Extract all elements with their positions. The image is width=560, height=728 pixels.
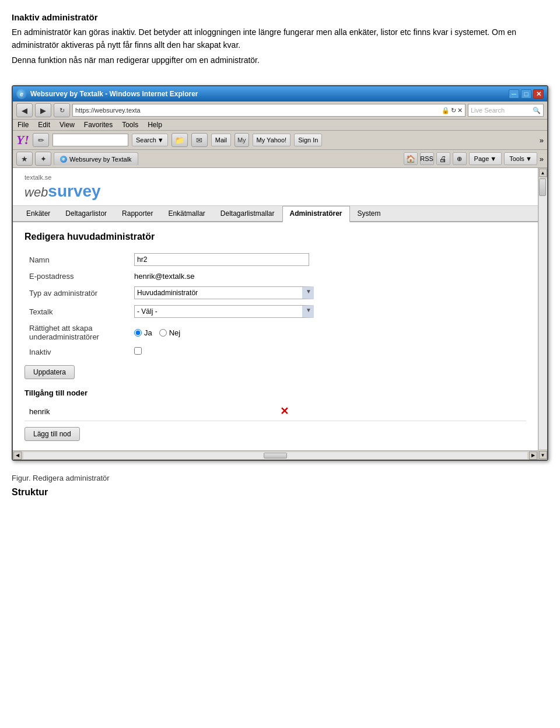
reload-button[interactable]: ↻ <box>54 103 70 117</box>
window-controls: ─ □ ✕ <box>509 89 544 99</box>
select-wrapper-textalk: - Välj - <box>134 305 314 318</box>
add-tab-btn[interactable]: ✦ <box>35 152 51 166</box>
page-label: Page <box>474 155 489 162</box>
node-row: henrik ✕ <box>24 402 526 421</box>
scroll-left-button[interactable]: ◀ <box>13 452 22 460</box>
address-input[interactable]: https://websurvey.texta 🔒 ↻ ✕ <box>72 104 466 117</box>
select-textalk[interactable]: - Välj - <box>134 305 314 318</box>
add-node-button[interactable]: Lägg till nod <box>24 427 80 441</box>
radio-ja-text: Ja <box>144 328 152 337</box>
delete-node-button[interactable]: ✕ <box>280 405 289 417</box>
back-button[interactable]: ◀ <box>16 103 33 117</box>
tab-deltagarlistmallar[interactable]: Deltagarlistmallar <box>213 206 282 221</box>
tab-rapporter[interactable]: Rapporter <box>114 206 160 221</box>
url-text: https://websurvey.texta <box>75 107 141 114</box>
field-textalk: Textalk - Välj - <box>24 302 526 321</box>
favorites-star-btn[interactable]: ★ <box>16 152 33 166</box>
scroll-vertical-thumb[interactable] <box>539 178 546 196</box>
value-typ: Huvudadministratör <box>130 284 526 302</box>
menu-view[interactable]: View <box>60 121 75 129</box>
mail-button[interactable]: Mail <box>211 134 231 146</box>
home-icon-btn[interactable]: 🏠 <box>404 152 418 165</box>
scroll-thumb[interactable] <box>264 453 287 459</box>
scroll-track[interactable] <box>23 452 527 459</box>
scroll-vertical-track[interactable] <box>539 178 547 449</box>
live-search-placeholder: Live Search <box>471 107 505 114</box>
radio-nej-text: Nej <box>169 328 181 337</box>
scroll-up-button[interactable]: ▲ <box>539 169 547 177</box>
field-epost: E-postadress henrik@textalk.se <box>24 269 526 284</box>
rss-icon-btn[interactable]: RSS <box>420 152 434 165</box>
ws-logo-survey: survey <box>48 182 100 200</box>
double-chevron2-icon: » <box>540 155 544 163</box>
scroll-down-button[interactable]: ▼ <box>539 451 547 459</box>
print2-icon-btn[interactable]: ⊕ <box>453 152 467 165</box>
value-epost: henrik@textalk.se <box>130 269 526 284</box>
label-textalk: Textalk <box>24 302 130 321</box>
radio-ja-label: Ja <box>134 328 152 337</box>
section-title-noder: Tillgång till noder <box>24 388 526 397</box>
right-scrollbar: ▲ ▼ <box>538 168 547 460</box>
yahoo-nav-btn1[interactable]: 📁 <box>172 133 188 147</box>
page-button[interactable]: Page ▼ <box>469 152 502 165</box>
radio-nej[interactable] <box>159 329 167 337</box>
tab-administratorer[interactable]: Administratörer <box>282 206 350 222</box>
tools-button[interactable]: Tools ▼ <box>504 152 537 165</box>
input-namn[interactable] <box>134 253 309 266</box>
doc-para2: Denna funktion nås när man redigerar upp… <box>12 54 548 67</box>
myyahoo-button[interactable]: My Yahoo! <box>253 134 291 146</box>
stop-icon: ✕ <box>457 107 463 114</box>
select-wrapper-typ: Huvudadministratör <box>134 286 314 299</box>
tab-system[interactable]: System <box>350 206 388 221</box>
tab-enkätmallar[interactable]: Enkätmallar <box>160 206 212 221</box>
radio-ja[interactable] <box>134 329 142 337</box>
browser-title: Websurvey by Textalk - Windows Internet … <box>30 90 198 98</box>
maximize-button[interactable]: □ <box>521 89 531 99</box>
title-bar-left: e Websurvey by Textalk - Windows Interne… <box>16 89 198 99</box>
address-bar: ◀ ▶ ↻ https://websurvey.texta 🔒 ↻ ✕ Live… <box>13 102 547 120</box>
print-icon-btn[interactable]: 🖨 <box>436 152 450 165</box>
tab-enkater[interactable]: Enkäter <box>19 206 58 221</box>
menu-tools[interactable]: Tools <box>122 121 138 129</box>
close-button[interactable]: ✕ <box>533 89 544 99</box>
yahoo-toolbar: Y! ✏ Search ▼ 📁 ✉ Mail My My Yahoo! Sign… <box>13 131 547 150</box>
title-bar: e Websurvey by Textalk - Windows Interne… <box>13 86 547 102</box>
signin-label: Sign In <box>298 136 318 144</box>
double-chevron-icon: » <box>540 136 544 145</box>
toolbar-nav-right: 🏠 RSS 🖨 ⊕ Page ▼ Tools ▼ » <box>404 152 544 165</box>
refresh-icon: ↻ <box>451 107 456 114</box>
menu-favorites[interactable]: Favorites <box>84 121 113 129</box>
websurvey-header: textalk.se websurvey <box>13 168 538 206</box>
browser-tab[interactable]: e Websurvey by Textalk <box>54 152 138 165</box>
menu-bar: File Edit View Favorites Tools Help <box>13 120 547 131</box>
label-epost: E-postadress <box>24 269 130 284</box>
figure-caption: Figur. Redigera administratör <box>0 469 560 485</box>
menu-help[interactable]: Help <box>148 121 162 129</box>
minimize-button[interactable]: ─ <box>509 89 519 99</box>
select-typ[interactable]: Huvudadministratör <box>134 286 314 299</box>
my-yahoo-icon[interactable]: My <box>235 133 249 147</box>
form-table: Namn E-postadress henrik@textalk.se <box>24 250 526 359</box>
edit-icon-btn[interactable]: ✏ <box>33 133 49 147</box>
signin-button[interactable]: Sign In <box>294 134 322 146</box>
checkbox-inaktiv[interactable] <box>134 347 142 355</box>
addr-icons: 🔒 ↻ ✕ <box>442 107 463 114</box>
update-button[interactable]: Uppdatera <box>24 365 75 379</box>
menu-file[interactable]: File <box>18 121 29 129</box>
ws-logo: websurvey <box>24 182 526 201</box>
browser-window: e Websurvey by Textalk - Windows Interne… <box>12 85 548 461</box>
yahoo-search-input[interactable] <box>52 134 128 146</box>
tab-deltagarlistor[interactable]: Deltagarlistor <box>58 206 114 221</box>
forward-button[interactable]: ▶ <box>35 103 51 117</box>
yahoo-nav-btn2[interactable]: ✉ <box>191 133 208 147</box>
label-inaktiv: Inaktiv <box>24 344 130 359</box>
mail-label: Mail <box>215 136 227 144</box>
menu-edit[interactable]: Edit <box>38 121 50 129</box>
node-delete-cell: ✕ <box>275 402 526 421</box>
yahoo-search-button[interactable]: Search ▼ <box>132 134 168 146</box>
live-search-box[interactable]: Live Search 🔍 <box>468 104 544 117</box>
node-table: henrik ✕ <box>24 402 526 421</box>
scroll-right-button[interactable]: ▶ <box>529 452 537 460</box>
field-namn: Namn <box>24 250 526 269</box>
content-inner: textalk.se websurvey Enkäter Deltagarlis… <box>13 168 538 460</box>
